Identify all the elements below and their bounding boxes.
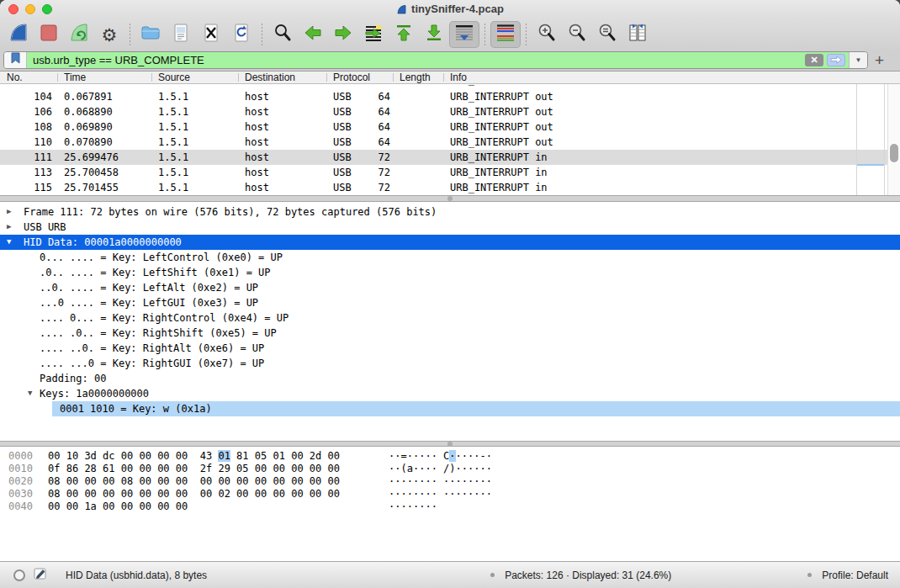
packet-cell-info: URB_INTERRUPT out <box>450 121 553 133</box>
column-separator[interactable] <box>443 73 444 82</box>
packet-row-115[interactable]: 11525.7014551.5.1hostUSB72URB_INTERRUPT … <box>0 180 900 195</box>
packet-cell-time: 0.070890 <box>64 136 113 148</box>
hex-ascii[interactable]: ········ ········ <box>389 488 492 500</box>
filter-dropdown-button[interactable]: ▼ <box>849 52 867 68</box>
packet-cell-dst: host <box>245 151 269 163</box>
clear-filter-button[interactable]: ✕ <box>805 54 823 66</box>
column-header-no[interactable]: No. <box>7 72 23 83</box>
display-filter-input[interactable]: usb.urb_type == URB_COMPLETE ✕ ▼ <box>3 51 868 69</box>
hex-row[interactable]: 004000 00 1a 00 00 00 00 00········ <box>0 501 900 513</box>
collapse-arrow-icon[interactable]: ▼ <box>7 237 11 246</box>
detail-row[interactable]: ..0. .... = Key: LeftAlt (0xe2) = UP <box>0 280 900 295</box>
hex-bytes[interactable]: 0f 86 28 61 00 00 00 00 2f 29 05 00 00 0… <box>48 463 340 474</box>
zoom-out-button[interactable] <box>562 21 592 48</box>
zoom-original-button[interactable] <box>592 21 622 48</box>
hex-ascii[interactable]: ········ ········ <box>389 475 492 487</box>
hex-ascii[interactable]: ··(a···· /)······ <box>389 463 492 474</box>
go-last-packet-button[interactable] <box>419 21 449 48</box>
column-header-source[interactable]: Source <box>158 72 190 83</box>
expand-arrow-icon[interactable]: ▶ <box>7 222 11 230</box>
stop-capture-button[interactable] <box>34 21 64 48</box>
packet-row-106[interactable]: 1060.0688901.5.1hostUSB64URB_INTERRUPT o… <box>0 104 900 119</box>
column-separator[interactable] <box>326 73 327 82</box>
column-separator[interactable] <box>238 73 239 82</box>
column-separator[interactable] <box>57 73 58 82</box>
hex-ascii-highlighted[interactable]: · <box>449 450 455 462</box>
column-header-length[interactable]: Length <box>400 72 431 83</box>
go-first-packet-button[interactable] <box>389 21 419 48</box>
add-filter-button[interactable]: + <box>875 52 884 68</box>
colorize-button[interactable] <box>490 21 521 48</box>
hex-byte-highlighted[interactable]: 01 <box>218 450 230 462</box>
go-to-packet-button[interactable] <box>358 21 389 48</box>
expand-arrow-icon[interactable]: ▶ <box>7 207 11 215</box>
detail-row[interactable]: 0... .... = Key: LeftControl (0xe0) = UP <box>0 250 900 265</box>
restart-capture-button[interactable] <box>64 21 94 48</box>
detail-row[interactable]: .... 0... = Key: RightControl (0xe4) = U… <box>0 310 900 326</box>
packet-row-111[interactable]: 11125.6994761.5.1hostUSB72URB_INTERRUPT … <box>0 150 900 165</box>
start-capture-button[interactable] <box>3 21 34 48</box>
detail-row[interactable]: ▶USB URB <box>0 220 900 235</box>
capture-options-button[interactable]: ⚙ <box>94 21 124 48</box>
hex-bytes[interactable]: 00 10 3d dc 00 00 00 00 43 01 81 05 01 0… <box>48 450 340 462</box>
collapse-arrow-icon[interactable]: ▼ <box>28 389 32 397</box>
filter-expression-text[interactable]: usb.urb_type == URB_COMPLETE <box>27 54 805 66</box>
reload-file-button[interactable] <box>226 21 257 48</box>
packet-cell-len: 64 <box>340 136 390 148</box>
selected-field-status: HID Data (usbhid.data), 8 bytes <box>66 569 207 581</box>
hex-row[interactable]: 00100f 86 28 61 00 00 00 00 2f 29 05 00 … <box>0 463 900 475</box>
find-packet-button[interactable] <box>267 21 298 48</box>
column-separator[interactable] <box>393 73 394 82</box>
column-header-destination[interactable]: Destination <box>245 72 295 83</box>
go-back-button[interactable] <box>298 21 328 48</box>
filter-bookmark-button[interactable] <box>4 52 27 68</box>
packet-row-113[interactable]: 11325.7004581.5.1hostUSB72URB_INTERRUPT … <box>0 165 900 180</box>
scrollbar-thumb[interactable] <box>890 144 898 162</box>
toolbar-separator <box>526 24 527 45</box>
detail-row[interactable]: 0001 1010 = Key: w (0x1a) <box>0 401 900 416</box>
column-header-protocol[interactable]: Protocol <box>333 72 370 83</box>
auto-scroll-button[interactable] <box>449 21 479 48</box>
detail-row[interactable]: .... ..0. = Key: RightAlt (0xe6) = UP <box>0 341 900 356</box>
pane-splitter[interactable] <box>0 195 900 202</box>
column-header-time[interactable]: Time <box>64 72 86 83</box>
hex-offset: 0030 <box>8 488 33 500</box>
window-title: tinySniffer-4.pcap <box>0 3 900 18</box>
close-file-button[interactable] <box>196 21 226 48</box>
hex-ascii[interactable]: ··=····· C·····-· <box>389 450 492 462</box>
detail-row[interactable]: ▼Keys: 1a0000000000 <box>0 386 900 401</box>
packet-list-scrollbar[interactable] <box>887 84 900 195</box>
go-forward-button[interactable] <box>328 21 358 48</box>
detail-row[interactable]: Padding: 00 <box>0 371 900 386</box>
packet-list-body: 1020.0668921.5.1hostUSB64URB_INTERRUPT o… <box>0 84 900 195</box>
hex-row[interactable]: 000000 10 3d dc 00 00 00 00 43 01 81 05 … <box>0 450 900 463</box>
detail-row[interactable]: .0.. .... = Key: LeftShift (0xe1) = UP <box>0 265 900 280</box>
detail-row[interactable]: ▼HID Data: 00001a0000000000 <box>0 235 900 250</box>
resize-columns-button[interactable] <box>622 21 653 48</box>
packet-row-108[interactable]: 1080.0698901.5.1hostUSB64URB_INTERRUPT o… <box>0 119 900 135</box>
apply-filter-button[interactable] <box>827 54 845 66</box>
open-file-button[interactable] <box>135 21 166 48</box>
packet-row-110[interactable]: 1100.0708901.5.1hostUSB64URB_INTERRUPT o… <box>0 135 900 150</box>
pane-splitter[interactable] <box>0 441 900 447</box>
save-file-button[interactable] <box>166 21 196 48</box>
detail-row[interactable]: .... ...0 = Key: RightGUI (0xe7) = UP <box>0 356 900 371</box>
hex-bytes[interactable]: 08 00 00 00 00 00 00 00 00 02 00 00 00 0… <box>48 488 340 500</box>
hex-row[interactable]: 003008 00 00 00 00 00 00 00 00 02 00 00 … <box>0 488 900 501</box>
detail-row[interactable]: ...0 .... = Key: LeftGUI (0xe3) = UP <box>0 295 900 310</box>
zoom-in-button[interactable] <box>532 21 562 48</box>
hex-ascii[interactable]: ········ <box>389 501 437 512</box>
packet-list-pane: No.TimeSourceDestinationProtocolLengthIn… <box>0 72 900 195</box>
packet-row-104[interactable]: 1040.0678911.5.1hostUSB64URB_INTERRUPT o… <box>0 89 900 104</box>
capture-comment-button[interactable] <box>34 567 47 583</box>
hex-row[interactable]: 002008 00 00 00 08 00 00 00 00 00 00 00 … <box>0 475 900 488</box>
detail-row[interactable]: ▶Frame 111: 72 bytes on wire (576 bits),… <box>0 204 900 220</box>
detail-row[interactable]: .... .0.. = Key: RightShift (0xe5) = UP <box>0 326 900 341</box>
hex-bytes[interactable]: 08 00 00 00 08 00 00 00 00 00 00 00 00 0… <box>48 475 340 487</box>
expert-info-button[interactable] <box>13 569 25 581</box>
column-header-info[interactable]: Info <box>450 72 467 83</box>
packet-cell-dst: host <box>245 91 269 103</box>
column-separator[interactable] <box>151 73 152 82</box>
hex-bytes[interactable]: 00 00 1a 00 00 00 00 00 <box>48 501 188 512</box>
profile-status[interactable]: Profile: Default <box>822 569 888 581</box>
